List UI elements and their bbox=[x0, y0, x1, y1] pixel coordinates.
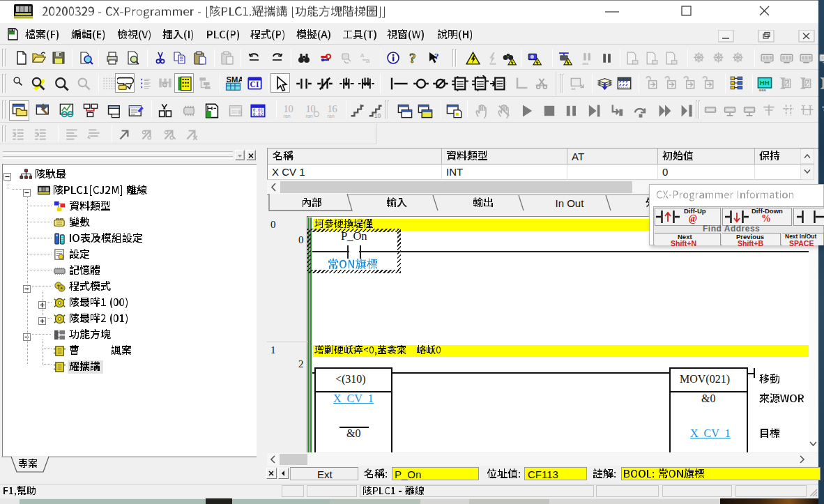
svg-text:HH: HH bbox=[760, 79, 770, 86]
svg-text:ran: ran bbox=[283, 113, 290, 119]
svg-text:aaa: aaa bbox=[759, 88, 767, 92]
svg-text:10: 10 bbox=[374, 112, 381, 119]
svg-text:B: B bbox=[366, 58, 369, 64]
svg-text:0.02: 0.02 bbox=[253, 112, 264, 116]
svg-text:aaa: aaa bbox=[489, 61, 496, 66]
svg-text:?: ? bbox=[434, 51, 439, 61]
svg-text:ran: ran bbox=[305, 113, 312, 119]
svg-text:CI: CI bbox=[250, 80, 259, 89]
svg-text:?: ? bbox=[409, 51, 416, 65]
svg-text:SMA: SMA bbox=[227, 75, 243, 84]
svg-text:aa: aa bbox=[571, 86, 576, 91]
svg-text:ran: ran bbox=[327, 113, 334, 119]
svg-text:A: A bbox=[360, 52, 365, 59]
svg-text:aaa: aaa bbox=[582, 61, 588, 66]
